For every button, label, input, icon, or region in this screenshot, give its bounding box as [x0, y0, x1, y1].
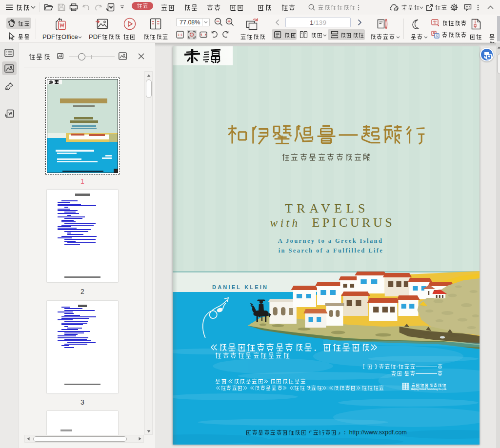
svg-text:1:1: 1:1	[177, 33, 183, 37]
